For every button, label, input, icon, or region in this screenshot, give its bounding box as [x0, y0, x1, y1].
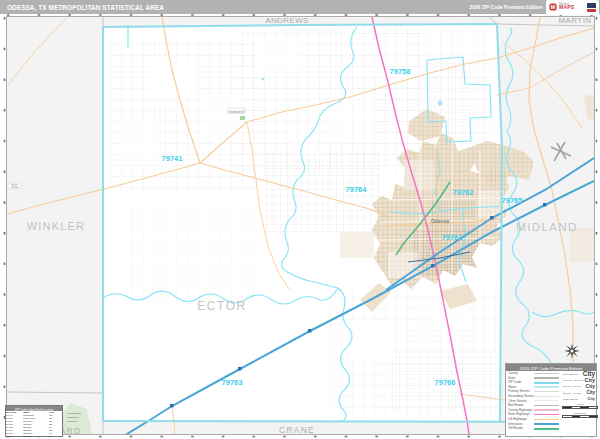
pond [262, 78, 265, 81]
zip-label-79758: 79758 [390, 67, 411, 76]
scalebar-km: Kilometers [562, 411, 597, 420]
logo-red-box [587, 9, 596, 12]
county-label-andrews: ANDREWS [265, 16, 309, 25]
zip-label-79763: 79763 [222, 378, 243, 387]
county-label-martin: MARTIN [559, 16, 592, 25]
north-arrow-icon [564, 343, 580, 359]
map-page: { "header": { "title": "ODESSA, TX METRO… [0, 0, 600, 439]
zip-index-row: 79766 Odessa E4 [6, 435, 62, 438]
goldsmith-label: Goldsmith [228, 110, 244, 114]
county-label-crane: CRANE [279, 425, 315, 435]
legend-panel: 2026 ZIP Code Premium Edition County Sta… [505, 363, 597, 437]
route-label: 302 [11, 184, 19, 189]
zip-index-panel: ZIP Code Index/Grid Location ZIP Code Na… [5, 405, 63, 437]
legend-row: Toll Roads [506, 426, 562, 431]
lake [438, 101, 443, 106]
zip-label-79766: 79766 [435, 378, 456, 387]
county-label-midland: MIDLAND [516, 221, 578, 233]
logo-mark-icon: M [549, 3, 556, 10]
zip-label-79741: 79741 [162, 154, 183, 163]
marketmaps-logo: M Market MAPS [546, 0, 599, 15]
logo-navy-box [587, 3, 596, 8]
city-label-odessa: Odessa [431, 218, 449, 224]
legend-city-sizes: Over 250,000 City 100,000 - 249,999 City… [562, 371, 597, 420]
zip-index-rows: 79741 Goldsmith C2 79758 Gardendale E1 7… [6, 414, 62, 438]
zip-label-79762: 79762 [453, 188, 474, 197]
zip-label-79761: 79761 [442, 233, 463, 242]
logo-maps-text: MAPS [559, 5, 574, 10]
goldsmith-town-area [240, 116, 245, 120]
county-label-ector: ECTOR [197, 299, 246, 313]
page-title: ODESSA, TX METROPOLITAN STATISTICAL AREA [7, 4, 164, 11]
header-bar: ODESSA, TX METROPOLITAN STATISTICAL AREA… [0, 0, 600, 14]
county-label-winkler: WINKLER [27, 220, 86, 232]
scalebar-miles: Miles [562, 402, 597, 411]
edition-label: 2026 ZIP Code Premium Edition [470, 3, 543, 11]
zip-label-79765: 79765 [502, 196, 523, 205]
legend-feature-list: County State ZIP Code Water Primary Stre… [506, 371, 562, 431]
zip-label-79764: 79764 [346, 185, 368, 194]
